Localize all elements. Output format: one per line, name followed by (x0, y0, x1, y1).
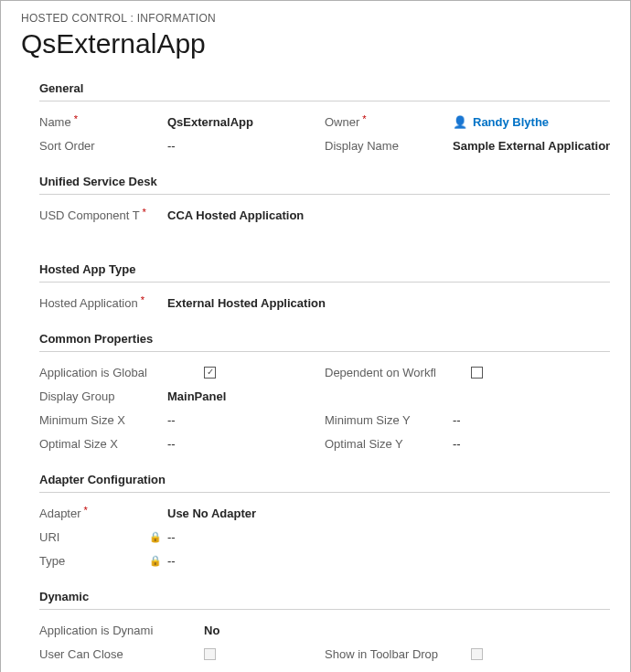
value-usd-component-type[interactable]: CCA Hosted Application (167, 208, 304, 222)
checkbox-show-toolbar (471, 648, 483, 660)
section-adapter: Adapter Configuration Adapter* Use No Ad… (39, 473, 610, 571)
lock-icon: 🔒 (149, 531, 162, 543)
value-owner[interactable]: 👤Randy Blythe (453, 115, 549, 129)
value-opt-x[interactable]: -- (167, 437, 176, 451)
checkbox-user-can-close (204, 648, 216, 660)
label-opt-x: Optimal Size X (39, 437, 167, 451)
value-opt-y[interactable]: -- (453, 437, 461, 451)
label-min-x: Minimum Size X (39, 413, 167, 427)
label-opt-y: Optimal Size Y (325, 437, 453, 451)
section-general-header: General (39, 81, 610, 101)
label-display-group: Display Group (39, 389, 167, 403)
label-dep-workflow: Dependent on Workfl (325, 366, 453, 379)
label-display-name: Display Name (325, 139, 453, 153)
section-usd-header: Unified Service Desk (39, 175, 610, 195)
label-min-y: Minimum Size Y (325, 413, 453, 427)
required-icon: * (84, 507, 88, 517)
label-user-can-close: User Can Close (39, 647, 167, 661)
label-app-dynamic: Application is Dynami (39, 624, 167, 637)
value-min-x[interactable]: -- (167, 413, 176, 427)
section-dynamic-header: Dynamic (39, 590, 610, 610)
section-common: Common Properties Application is Global … (39, 332, 610, 454)
value-adapter[interactable]: Use No Adapter (167, 507, 256, 520)
value-display-group[interactable]: MainPanel (167, 389, 226, 403)
person-icon: 👤 (453, 115, 467, 129)
required-icon: * (74, 115, 78, 125)
label-app-global: Application is Global (39, 366, 167, 379)
required-icon: * (362, 115, 366, 125)
value-sort-order[interactable]: -- (167, 139, 176, 153)
page-title: QsExternalApp (21, 28, 610, 59)
section-hosted-app-type-header: Hosted App Type (39, 262, 610, 283)
section-dynamic: Dynamic Application is Dynami No User Ca… (39, 590, 610, 665)
value-type: -- (167, 554, 176, 568)
section-adapter-header: Adapter Configuration (39, 473, 610, 493)
label-type: Type (39, 554, 153, 568)
label-show-toolbar: Show in Toolbar Drop (325, 647, 453, 661)
value-min-y[interactable]: -- (453, 413, 461, 427)
value-hosted-app[interactable]: External Hosted Application (167, 296, 326, 310)
label-uri: URI (39, 530, 153, 544)
value-name[interactable]: QsExternalApp (167, 115, 253, 129)
breadcrumb: HOSTED CONTROL : INFORMATION (21, 12, 610, 25)
lock-icon: 🔒 (149, 555, 162, 567)
label-name: Name* (39, 115, 167, 129)
label-hosted-app: Hosted Application* (39, 296, 167, 310)
section-common-header: Common Properties (39, 332, 610, 352)
value-display-name[interactable]: Sample External Application (453, 139, 610, 153)
label-adapter: Adapter* (39, 507, 167, 520)
section-general: General Name* QsExternalApp Owner* 👤Rand… (39, 81, 610, 156)
section-hosted-app-type: Hosted App Type Hosted Application* Exte… (39, 262, 610, 314)
label-usd-component-type: USD Component T* (39, 208, 167, 222)
value-uri: -- (167, 530, 176, 544)
checkbox-app-global[interactable]: ✓ (204, 367, 216, 379)
value-app-dynamic[interactable]: No (204, 624, 219, 637)
required-icon: * (141, 296, 144, 306)
section-usd: Unified Service Desk USD Component T* CC… (39, 175, 610, 244)
label-sort-order: Sort Order (39, 139, 167, 153)
checkbox-dep-workflow[interactable] (471, 367, 483, 379)
required-icon: * (143, 208, 146, 219)
label-owner: Owner* (325, 115, 453, 129)
owner-link[interactable]: Randy Blythe (473, 115, 549, 129)
